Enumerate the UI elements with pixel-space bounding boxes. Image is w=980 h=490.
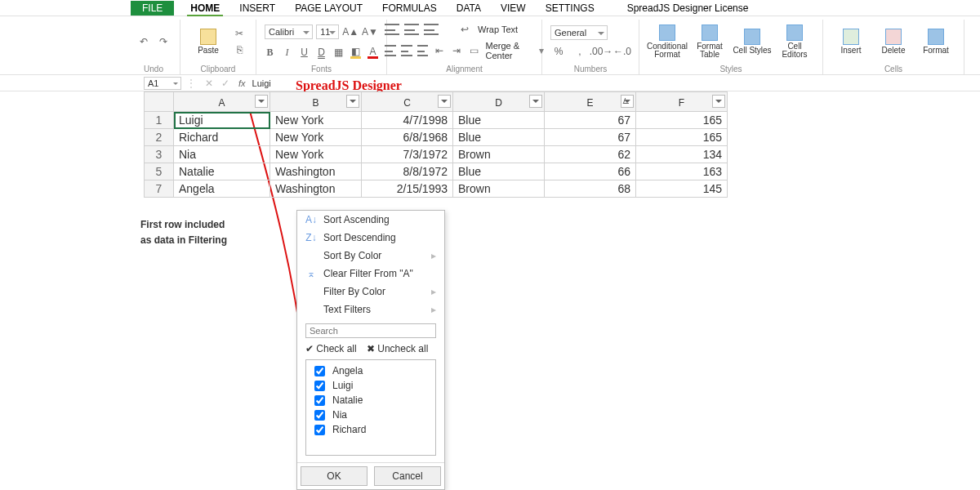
cell-A3[interactable]: Nia: [174, 146, 270, 163]
fill-color-button[interactable]: ◧: [350, 46, 361, 59]
indent-decrease-button[interactable]: ⇤: [433, 44, 445, 57]
cell-F7[interactable]: 145: [636, 180, 728, 198]
column-header-B[interactable]: B: [270, 92, 362, 112]
spreadsheet-grid[interactable]: ABCDEF1LuigiNew York4/7/1998Blue671652Ri…: [144, 91, 980, 198]
cell-C3[interactable]: 7/3/1972: [362, 146, 453, 163]
border-button[interactable]: ▦: [333, 46, 344, 59]
indent-increase-button[interactable]: ⇥: [451, 44, 463, 57]
cancel-edit-icon[interactable]: ✕: [201, 77, 217, 90]
cell-B7[interactable]: Washington: [270, 180, 362, 198]
format-cells-button[interactable]: Format: [916, 29, 956, 55]
tab-page-layout[interactable]: PAGE LAYOUT: [292, 1, 366, 16]
copy-button[interactable]: ⎘: [231, 43, 247, 56]
conditional-format-button[interactable]: Conditional Format: [648, 24, 687, 59]
cell-D2[interactable]: Blue: [453, 129, 545, 146]
filter-dropdown-C[interactable]: [438, 95, 451, 108]
increase-font-button[interactable]: A▲: [342, 25, 359, 38]
align-bottom-button[interactable]: [424, 24, 439, 35]
cut-button[interactable]: ✂: [231, 27, 247, 40]
filter-dropdown-F[interactable]: [712, 95, 725, 108]
double-underline-button[interactable]: D: [316, 46, 327, 59]
format-table-button[interactable]: Format Table: [690, 24, 729, 59]
cell-E7[interactable]: 68: [545, 180, 636, 198]
cell-D1[interactable]: Blue: [453, 112, 545, 129]
cell-B3[interactable]: New York: [270, 146, 362, 163]
column-header-C[interactable]: C: [362, 92, 453, 112]
cell-F5[interactable]: 163: [636, 163, 728, 180]
row-header[interactable]: 1: [145, 112, 174, 129]
cell-C1[interactable]: 4/7/1998: [362, 112, 453, 129]
tab-formulas[interactable]: FORMULAS: [379, 1, 440, 16]
cell-F2[interactable]: 165: [636, 129, 728, 146]
tab-file[interactable]: FILE: [131, 1, 174, 16]
delete-cells-button[interactable]: Delete: [874, 29, 913, 55]
select-all-corner[interactable]: [145, 92, 174, 112]
column-header-E[interactable]: E: [545, 92, 636, 112]
percent-button[interactable]: %: [550, 45, 567, 58]
cell-A2[interactable]: Richard: [174, 129, 270, 146]
comma-button[interactable]: ,: [572, 45, 588, 58]
font-color-button[interactable]: A: [368, 46, 378, 59]
filter-dropdown-D[interactable]: [529, 95, 542, 108]
paste-button[interactable]: Paste: [189, 29, 228, 55]
font-family-select[interactable]: Calibri: [265, 24, 313, 39]
tab-view[interactable]: VIEW: [497, 1, 529, 16]
row-header[interactable]: 5: [145, 163, 174, 180]
cell-C5[interactable]: 8/8/1972: [362, 163, 453, 180]
tab-data[interactable]: DATA: [453, 1, 484, 16]
merge-button[interactable]: ▭: [468, 44, 480, 57]
row-header[interactable]: 3: [145, 146, 174, 163]
name-box[interactable]: A1: [144, 77, 181, 90]
confirm-edit-icon[interactable]: ✓: [217, 77, 234, 90]
tab-insert[interactable]: INSERT: [236, 1, 278, 16]
align-middle-button[interactable]: [404, 24, 419, 35]
row-header[interactable]: 2: [145, 129, 174, 146]
tab-home[interactable]: HOME: [187, 1, 223, 16]
cell-B2[interactable]: New York: [270, 129, 362, 146]
cell-F3[interactable]: 134: [636, 146, 728, 163]
tab-settings[interactable]: SETTINGS: [542, 1, 598, 16]
cell-A7[interactable]: Angela: [174, 180, 270, 198]
license-label[interactable]: SpreadJS Designer License: [624, 1, 752, 16]
bold-button[interactable]: B: [265, 46, 275, 59]
cell-editors-button[interactable]: Cell Editors: [775, 24, 814, 59]
filter-dropdown-A[interactable]: [255, 95, 268, 108]
insert-cells-button[interactable]: Insert: [831, 29, 871, 55]
cell-A5[interactable]: Natalie: [174, 163, 270, 180]
cell-B5[interactable]: Washington: [270, 163, 362, 180]
align-left-button[interactable]: [385, 45, 396, 56]
align-center-button[interactable]: [401, 45, 412, 56]
increase-decimal-button[interactable]: .00→: [593, 45, 609, 58]
cell-E3[interactable]: 62: [545, 146, 636, 163]
decrease-decimal-button[interactable]: ←.0: [614, 45, 630, 58]
undo-button[interactable]: ↶: [136, 35, 152, 48]
column-header-F[interactable]: F: [636, 92, 728, 112]
row-header[interactable]: 7: [145, 180, 174, 198]
column-header-A[interactable]: A: [174, 92, 270, 112]
cell-styles-button[interactable]: Cell Styles: [733, 29, 772, 55]
filter-dropdown-B[interactable]: [346, 95, 359, 108]
cell-F1[interactable]: 165: [636, 112, 728, 129]
cell-B1[interactable]: New York: [270, 112, 362, 129]
cell-E2[interactable]: 67: [545, 129, 636, 146]
cell-A1[interactable]: Luigi: [174, 112, 270, 129]
align-top-button[interactable]: [385, 24, 399, 35]
column-header-D[interactable]: D: [453, 92, 545, 112]
fx-icon[interactable]: fx: [238, 78, 246, 88]
cell-C2[interactable]: 6/8/1968: [362, 129, 453, 146]
align-right-button[interactable]: [417, 45, 429, 56]
cell-E5[interactable]: 66: [545, 163, 636, 180]
cell-E1[interactable]: 67: [545, 112, 636, 129]
redo-button[interactable]: ↷: [155, 35, 172, 48]
italic-button[interactable]: I: [282, 46, 292, 59]
cell-D5[interactable]: Blue: [453, 163, 545, 180]
underline-button[interactable]: U: [299, 46, 310, 59]
wrap-text-button[interactable]: ↩: [457, 23, 473, 36]
font-size-select[interactable]: 11: [316, 24, 339, 39]
decrease-font-button[interactable]: A▼: [362, 25, 378, 38]
cell-D3[interactable]: Brown: [453, 146, 545, 163]
cell-D7[interactable]: Brown: [453, 180, 545, 198]
filter-dropdown-E[interactable]: [621, 95, 634, 108]
number-format-select[interactable]: General: [550, 25, 608, 40]
cell-C7[interactable]: 2/15/1993: [362, 180, 453, 198]
